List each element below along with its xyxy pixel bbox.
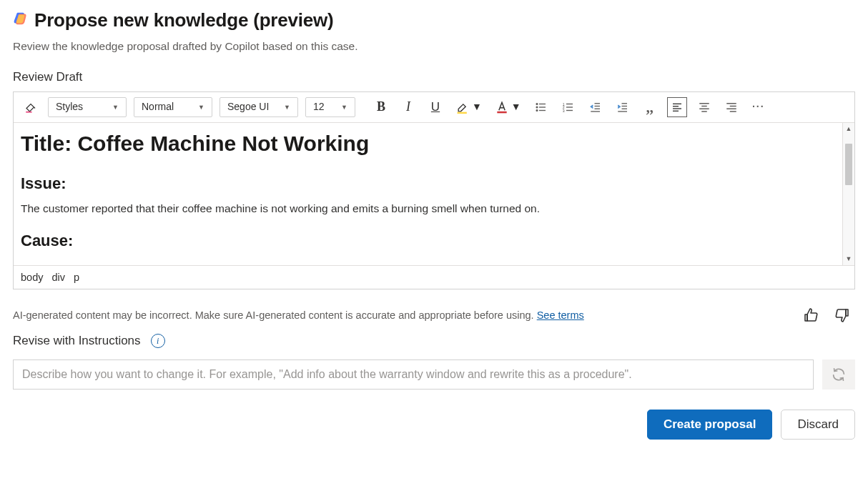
- svg-point-4: [536, 106, 538, 108]
- editor-body: Title: Coffee Machine Not Working Issue:…: [14, 123, 854, 265]
- font-dropdown-label: Segoe UI: [227, 100, 269, 114]
- thumbs-down-button[interactable]: [832, 305, 852, 325]
- create-proposal-button[interactable]: Create proposal: [647, 410, 772, 440]
- path-segment[interactable]: p: [74, 270, 79, 284]
- thumbs-up-button[interactable]: [801, 305, 821, 325]
- issue-body: The customer reported that their coffee …: [21, 201, 835, 217]
- chevron-down-icon: ▼: [112, 103, 119, 112]
- styles-dropdown[interactable]: Styles ▼: [48, 97, 127, 117]
- path-segment[interactable]: body: [21, 270, 43, 284]
- vertical-scrollbar[interactable]: ▲ ▼: [842, 123, 854, 265]
- editor-frame: Styles ▼ Normal ▼ Segoe UI ▼ 12 ▼ B I U: [13, 91, 855, 290]
- editor-toolbar: Styles ▼ Normal ▼ Segoe UI ▼ 12 ▼ B I U: [14, 92, 854, 123]
- chevron-down-icon: ▼: [341, 103, 347, 112]
- feedback-buttons: [801, 305, 855, 325]
- footer-buttons: Create proposal Discard: [13, 410, 855, 440]
- svg-point-6: [536, 109, 538, 111]
- align-right-button[interactable]: [721, 97, 741, 117]
- ai-notice-text: AI-generated content may be incorrect. M…: [13, 309, 537, 321]
- draft-title: Title: Coffee Machine Not Working: [21, 129, 835, 159]
- styles-dropdown-label: Styles: [56, 100, 83, 114]
- font-color-button[interactable]: ▼: [492, 97, 524, 117]
- page-subtitle: Review the knowledge proposal drafted by…: [13, 39, 855, 54]
- scroll-down-icon[interactable]: ▼: [843, 253, 854, 265]
- font-size-dropdown[interactable]: 12 ▼: [305, 97, 355, 117]
- page-root: Propose new knowledge (preview) Review t…: [0, 0, 868, 454]
- path-segment[interactable]: div: [51, 270, 65, 284]
- chevron-down-icon: ▼: [284, 103, 290, 112]
- numbered-list-button[interactable]: 1 2 3: [558, 97, 578, 117]
- cause-heading: Cause:: [21, 230, 835, 252]
- issue-heading: Issue:: [21, 173, 835, 195]
- chevron-down-icon: ▼: [198, 103, 204, 112]
- format-dropdown[interactable]: Normal ▼: [134, 97, 212, 117]
- italic-button[interactable]: I: [398, 97, 418, 117]
- ai-notice: AI-generated content may be incorrect. M…: [13, 308, 584, 322]
- font-dropdown[interactable]: Segoe UI ▼: [220, 97, 298, 117]
- page-title: Propose new knowledge (preview): [34, 7, 334, 33]
- scroll-up-icon[interactable]: ▲: [843, 123, 854, 135]
- element-path-bar: body div p: [14, 265, 854, 289]
- copilot-icon: [13, 11, 29, 30]
- svg-rect-0: [458, 112, 467, 114]
- svg-point-2: [536, 103, 538, 104]
- refresh-button[interactable]: [822, 359, 855, 390]
- discard-button[interactable]: Discard: [781, 410, 855, 440]
- scroll-thumb[interactable]: [845, 144, 852, 185]
- revise-row: [13, 359, 855, 390]
- more-options-button[interactable]: ···: [749, 97, 769, 117]
- ai-notice-row: AI-generated content may be incorrect. M…: [13, 305, 855, 325]
- revise-label-row: Revise with Instructions i: [13, 332, 855, 349]
- format-dropdown-label: Normal: [142, 100, 174, 114]
- revise-label: Revise with Instructions: [13, 332, 141, 349]
- review-draft-label: Review Draft: [13, 69, 855, 86]
- editor-content[interactable]: Title: Coffee Machine Not Working Issue:…: [14, 123, 842, 265]
- highlight-color-button[interactable]: ▼: [453, 97, 485, 117]
- paint-format-icon[interactable]: [21, 97, 41, 117]
- chevron-down-icon: ▼: [472, 100, 482, 114]
- bullet-list-button[interactable]: [531, 97, 551, 117]
- align-center-button[interactable]: [694, 97, 714, 117]
- bold-button[interactable]: B: [371, 97, 391, 117]
- svg-rect-1: [497, 111, 506, 114]
- see-terms-link[interactable]: See terms: [537, 309, 584, 321]
- underline-button[interactable]: U: [425, 97, 445, 117]
- blockquote-button[interactable]: ,,: [640, 97, 660, 117]
- font-size-dropdown-label: 12: [313, 100, 325, 114]
- info-icon[interactable]: i: [151, 334, 165, 348]
- scroll-track[interactable]: [843, 135, 854, 253]
- align-left-button[interactable]: [667, 97, 687, 117]
- chevron-down-icon: ▼: [511, 100, 521, 114]
- revise-input[interactable]: [13, 359, 814, 390]
- outdent-button[interactable]: [586, 97, 606, 117]
- indent-button[interactable]: [613, 97, 633, 117]
- header: Propose new knowledge (preview): [13, 7, 855, 33]
- svg-text:3: 3: [562, 109, 564, 113]
